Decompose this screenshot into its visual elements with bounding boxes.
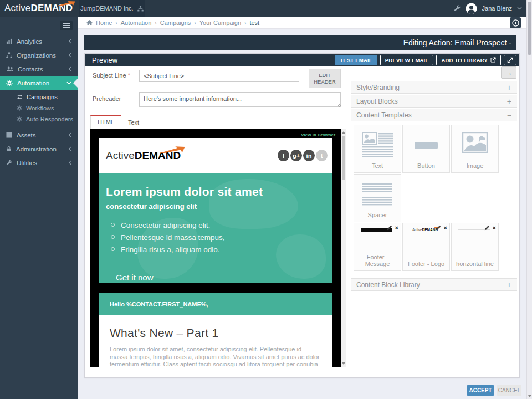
bar-chart-icon bbox=[6, 38, 12, 44]
sidebar-item-workflows[interactable]: Workflows bbox=[0, 103, 78, 114]
breadcrumb-home[interactable]: Home bbox=[96, 19, 112, 26]
email-preview-content: View In Browser ActiveDEMAND f g+ in t bbox=[90, 129, 341, 367]
tab-html[interactable]: HTML bbox=[90, 115, 121, 129]
breadcrumb-separator: › bbox=[115, 20, 117, 26]
email-preview-scrollbar[interactable] bbox=[341, 129, 346, 367]
email-body: ActiveDEMAND f g+ in t bbox=[99, 138, 332, 367]
accordion-label: Layout Blocks bbox=[356, 98, 398, 105]
sidebar-item-utilities[interactable]: Utilities bbox=[0, 156, 78, 170]
pencil-icon[interactable] bbox=[387, 225, 392, 231]
editing-action-bar: Editing Action: Email Prospect - bbox=[84, 35, 516, 50]
avatar[interactable] bbox=[466, 3, 477, 14]
sidebar-item-automation[interactable]: Automation bbox=[0, 76, 78, 90]
sidebar-item-campaigns[interactable]: Campaigns bbox=[0, 91, 78, 103]
edit-header-button[interactable]: EDIT HEADER bbox=[309, 69, 341, 88]
sidebar-toggle-button[interactable] bbox=[60, 21, 73, 30]
tab-text[interactable]: Text bbox=[121, 116, 146, 129]
email-hero-section: Lorem ipsum dolor sit amet consectetur a… bbox=[99, 173, 332, 283]
chevron-left-icon bbox=[69, 160, 71, 165]
twitter-icon[interactable]: t bbox=[316, 150, 328, 161]
template-card-footer-message[interactable]: × Footer - Message bbox=[354, 223, 401, 271]
template-card-spacer[interactable]: Spacer bbox=[354, 174, 401, 222]
spacer-template-icon bbox=[354, 183, 401, 206]
home-icon bbox=[86, 20, 93, 25]
breadcrumb-current: test bbox=[249, 19, 259, 26]
accordion-content-block-library[interactable]: Content Block Library + bbox=[351, 278, 517, 291]
accept-button[interactable]: ACCEPT bbox=[467, 385, 494, 396]
preheader-label: Preheader bbox=[93, 95, 121, 102]
cancel-button[interactable]: CANCEL bbox=[497, 385, 521, 396]
active-item-notch bbox=[73, 79, 78, 88]
collapse-panel-button[interactable] bbox=[510, 17, 521, 28]
template-card-button[interactable]: Button bbox=[402, 125, 450, 173]
sidebar-item-administration[interactable]: Administration bbox=[0, 142, 78, 156]
scroll-up-arrow[interactable] bbox=[342, 131, 345, 134]
preview-email-button[interactable]: PREVIEW EMAIL bbox=[380, 55, 434, 65]
sidebar-item-assets[interactable]: Assets bbox=[0, 128, 78, 142]
chevron-left-icon bbox=[69, 39, 71, 44]
wrench-icon[interactable] bbox=[454, 5, 461, 12]
sidebar-item-analytics[interactable]: Analytics bbox=[0, 34, 78, 48]
pencil-icon[interactable] bbox=[436, 225, 441, 231]
external-link-icon bbox=[490, 57, 496, 63]
accordion-content-templates[interactable]: Content Templates − bbox=[351, 109, 517, 121]
chevron-down-icon[interactable] bbox=[517, 7, 522, 10]
pencil-icon[interactable] bbox=[484, 225, 490, 231]
sidebar-item-auto-responders[interactable]: Auto Responders bbox=[0, 114, 78, 125]
expand-button[interactable] bbox=[504, 55, 516, 65]
sidebar-item-organizations[interactable]: Organizations bbox=[0, 48, 78, 62]
accordion-style-branding[interactable]: Style/Branding + bbox=[351, 81, 517, 94]
required-asterisk: * bbox=[128, 72, 130, 79]
test-email-button[interactable]: TEST EMAIL bbox=[335, 55, 377, 65]
page-scrollbar[interactable] bbox=[526, 0, 532, 399]
page-scrollbar-thumb[interactable] bbox=[528, 2, 531, 55]
sidebar-item-contacts[interactable]: Contacts bbox=[0, 62, 78, 76]
grid-icon bbox=[6, 132, 12, 138]
template-card-image[interactable]: Image bbox=[451, 125, 499, 173]
account-switcher[interactable]: JumpDEMAND Inc. bbox=[79, 0, 145, 17]
breadcrumb-campaigns[interactable]: Campaigns bbox=[160, 19, 191, 26]
accordion-label: Content Block Library bbox=[356, 281, 420, 289]
image-template-icon bbox=[452, 132, 498, 153]
card-tools: × bbox=[387, 225, 398, 231]
top-bar: ActiveDEMAND JumpDEMAND Inc. Jana Bienz bbox=[0, 0, 532, 17]
close-icon[interactable]: × bbox=[493, 225, 496, 231]
email-header: ActiveDEMAND f g+ in t bbox=[99, 138, 332, 173]
template-card-text[interactable]: Text bbox=[354, 125, 401, 173]
sidebar-item-label: Organizations bbox=[17, 52, 56, 59]
template-card-horizontal-line[interactable]: × horizontal line bbox=[451, 223, 499, 271]
panel-header-buttons: TEST EMAIL PREVIEW EMAIL ADD TO LIBRARY bbox=[335, 55, 516, 65]
close-icon[interactable]: × bbox=[395, 225, 398, 231]
activedemand-logo[interactable]: ActiveDEMAND bbox=[4, 3, 73, 14]
textarea-resize-grip[interactable] bbox=[337, 104, 341, 107]
gears-icon bbox=[6, 80, 13, 86]
sidebar-item-label: Utilities bbox=[17, 160, 37, 166]
preheader-textarea[interactable] bbox=[139, 92, 341, 107]
close-icon[interactable]: × bbox=[444, 225, 447, 231]
email-logo-arrow-icon bbox=[161, 146, 185, 152]
google-plus-icon[interactable]: g+ bbox=[290, 150, 302, 161]
text-template-icon bbox=[354, 132, 401, 157]
scroll-down-arrow[interactable] bbox=[342, 362, 345, 365]
email-social-icons: f g+ in t bbox=[278, 150, 328, 161]
automation-submenu: Campaigns Workflows Auto Responders bbox=[0, 90, 78, 128]
preview-panel-header: Preview TEST EMAIL PREVIEW EMAIL ADD TO … bbox=[85, 54, 519, 66]
sidebar-item-label: Automation bbox=[17, 80, 49, 86]
user-name[interactable]: Jana Bienz bbox=[482, 5, 512, 12]
template-card-footer-logo[interactable]: ActiveDEMAND × Footer - Logo bbox=[402, 223, 450, 271]
page-scroll-down-arrow[interactable] bbox=[528, 395, 531, 397]
app-root: ActiveDEMAND JumpDEMAND Inc. Jana Bienz bbox=[0, 0, 532, 399]
scrollbar-thumb[interactable] bbox=[342, 136, 345, 180]
facebook-icon[interactable]: f bbox=[278, 150, 289, 161]
breadcrumb-automation[interactable]: Automation bbox=[121, 19, 152, 26]
sidebar-item-label: Workflows bbox=[26, 105, 54, 111]
view-in-browser-link[interactable]: View In Browser bbox=[301, 132, 335, 137]
sidebar-collapse-button[interactable]: → bbox=[501, 66, 516, 79]
email-article: What's New – Part 1 Lorem ipsum dolor si… bbox=[99, 315, 332, 367]
breadcrumb: Home› Automation› Campaigns› Your Campai… bbox=[86, 17, 259, 29]
breadcrumb-your-campaign[interactable]: Your Campaign bbox=[200, 19, 241, 26]
add-to-library-button[interactable]: ADD TO LIBRARY bbox=[436, 55, 501, 65]
accordion-layout-blocks[interactable]: Layout Blocks + bbox=[351, 95, 517, 108]
linkedin-icon[interactable]: in bbox=[303, 150, 315, 161]
subject-input[interactable] bbox=[139, 70, 299, 82]
